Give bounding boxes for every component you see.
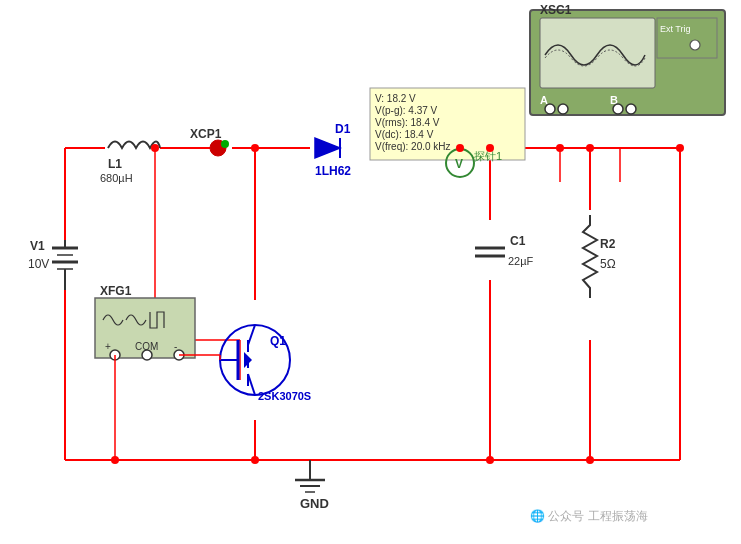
svg-point-103 [586, 456, 594, 464]
svg-text:Q1: Q1 [270, 334, 286, 348]
svg-text:680µH: 680µH [100, 172, 133, 184]
svg-text:5Ω: 5Ω [600, 257, 616, 271]
svg-text:Ext Trig: Ext Trig [660, 24, 691, 34]
svg-text:1LH62: 1LH62 [315, 164, 351, 178]
svg-text:A: A [540, 94, 548, 106]
svg-point-105 [251, 456, 259, 464]
svg-point-40 [221, 140, 229, 148]
svg-text:+: + [105, 341, 111, 352]
svg-point-98 [486, 144, 494, 152]
svg-point-91 [558, 104, 568, 114]
svg-text:R2: R2 [600, 237, 616, 251]
svg-point-92 [613, 104, 623, 114]
svg-point-90 [545, 104, 555, 114]
svg-point-96 [251, 144, 259, 152]
svg-point-93 [626, 104, 636, 114]
svg-text:XCP1: XCP1 [190, 127, 222, 141]
svg-text:🌐 公众号  工程振荡海: 🌐 公众号 工程振荡海 [530, 508, 648, 523]
svg-point-62 [142, 350, 152, 360]
svg-text:XSC1: XSC1 [540, 3, 572, 17]
svg-point-100 [556, 144, 564, 152]
svg-text:GND: GND [300, 496, 329, 511]
circuit-diagram: GND V1 10V L1 680µH XCP1 D1 1LH62 Q1 2SK… [0, 0, 741, 544]
svg-text:V(freq): 20.0 kHz: V(freq): 20.0 kHz [375, 141, 451, 152]
svg-point-101 [676, 144, 684, 152]
svg-text:V: 18.2 V: V: 18.2 V [375, 93, 416, 104]
svg-point-102 [486, 456, 494, 464]
svg-point-95 [151, 144, 159, 152]
svg-text:V1: V1 [30, 239, 45, 253]
svg-text:V(rms): 18.4 V: V(rms): 18.4 V [375, 117, 440, 128]
svg-text:2SK3070S: 2SK3070S [258, 390, 311, 402]
svg-text:10V: 10V [28, 257, 49, 271]
svg-text:V(p-g): 4.37 V: V(p-g): 4.37 V [375, 105, 438, 116]
svg-point-89 [690, 40, 700, 50]
svg-text:XFG1: XFG1 [100, 284, 132, 298]
svg-text:C1: C1 [510, 234, 526, 248]
svg-point-99 [586, 144, 594, 152]
svg-text:D1: D1 [335, 122, 351, 136]
svg-text:V(dc): 18.4 V: V(dc): 18.4 V [375, 129, 434, 140]
svg-point-104 [111, 456, 119, 464]
svg-text:L1: L1 [108, 157, 122, 171]
svg-text:探针1: 探针1 [474, 150, 502, 162]
svg-text:22µF: 22µF [508, 255, 534, 267]
svg-text:V: V [455, 157, 463, 171]
svg-point-97 [456, 144, 464, 152]
